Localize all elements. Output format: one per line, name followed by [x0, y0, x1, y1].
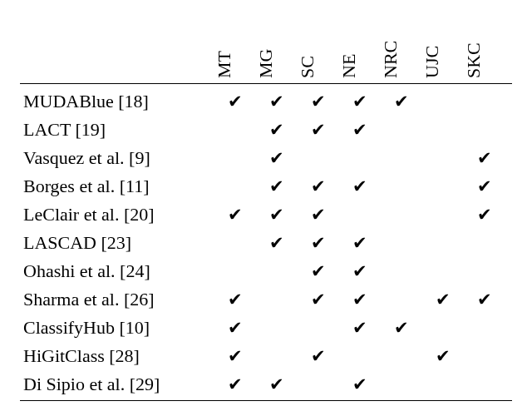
check-mark: ✔ — [464, 206, 505, 224]
row-label: LACT [19] — [20, 119, 214, 141]
check-mark: ✔ — [339, 376, 381, 394]
col-header: MT — [214, 10, 256, 78]
table-row: LeClair et al. [20]✔✔✔✔ — [20, 201, 512, 229]
col-header-label: SKC — [463, 42, 485, 78]
check-mark: ✔ — [339, 121, 381, 139]
check-mark: ✔ — [298, 235, 339, 252]
col-header: SKC — [464, 10, 505, 78]
check-mark: ✔ — [464, 178, 505, 196]
table-row: HiGitClass [28]✔✔✔ — [20, 342, 512, 370]
table-row: ClassifyHub [10]✔✔✔ — [20, 314, 512, 342]
check-mark: ✔ — [298, 93, 339, 111]
check-mark: ✔ — [339, 178, 381, 196]
check-mark: ✔ — [256, 178, 298, 196]
col-header-label: MG — [255, 49, 277, 78]
col-header: UJC — [422, 10, 464, 78]
row-label: Sharma et al. [26] — [20, 289, 214, 310]
check-mark: ✔ — [298, 263, 339, 280]
check-mark: ✔ — [464, 291, 505, 309]
row-label: LASCAD [23] — [20, 232, 214, 254]
check-mark: ✔ — [339, 319, 381, 337]
check-mark: ✔ — [339, 235, 381, 252]
row-label: HiGitClass [28] — [20, 345, 214, 367]
table-header-row: MT MG SC NE NRC UJC SKC — [20, 10, 512, 84]
row-label: LeClair et al. [20] — [20, 204, 214, 225]
check-mark: ✔ — [298, 178, 339, 196]
col-header-label: SC — [297, 56, 318, 78]
check-mark: ✔ — [339, 93, 381, 111]
table-bottom-rule — [20, 400, 512, 401]
check-mark: ✔ — [256, 150, 298, 167]
check-mark: ✔ — [256, 206, 298, 224]
comparison-table: MT MG SC NE NRC UJC SKC MUDABlue [18]✔✔✔… — [20, 10, 512, 401]
table-row: Borges et al. [11]✔✔✔✔ — [20, 172, 512, 201]
check-mark: ✔ — [339, 291, 381, 309]
row-label: Borges et al. [11] — [20, 176, 214, 197]
col-header: NE — [339, 10, 381, 78]
check-mark: ✔ — [381, 93, 422, 111]
check-mark: ✔ — [214, 206, 256, 224]
check-mark: ✔ — [381, 319, 422, 337]
check-mark: ✔ — [214, 93, 256, 111]
col-header-label: MT — [214, 51, 235, 78]
row-label: Vasquez et al. [9] — [20, 147, 214, 169]
check-mark: ✔ — [256, 235, 298, 252]
col-header: SC — [298, 10, 339, 78]
check-mark: ✔ — [298, 206, 339, 224]
table-row: Ohashi et al. [24]✔✔ — [20, 257, 512, 285]
row-label: ClassifyHub [10] — [20, 317, 214, 339]
col-header: MG — [256, 10, 298, 78]
check-mark: ✔ — [214, 348, 256, 365]
check-mark: ✔ — [256, 121, 298, 139]
check-mark: ✔ — [214, 291, 256, 309]
col-header: NRC — [381, 10, 422, 78]
table-row: Sharma et al. [26]✔✔✔✔✔ — [20, 285, 512, 314]
col-header-label: NE — [338, 54, 360, 78]
check-mark: ✔ — [256, 376, 298, 394]
check-mark: ✔ — [422, 348, 464, 365]
col-header-label: UJC — [421, 46, 443, 78]
table-row: Di Sipio et al. [29]✔✔✔ — [20, 370, 512, 399]
row-label: MUDABlue [18] — [20, 91, 214, 112]
check-mark: ✔ — [214, 376, 256, 394]
table-row: LACT [19]✔✔✔ — [20, 116, 512, 144]
check-mark: ✔ — [339, 263, 381, 280]
table-row: LASCAD [23]✔✔✔ — [20, 229, 512, 257]
check-mark: ✔ — [464, 150, 505, 167]
row-label: Di Sipio et al. [29] — [20, 374, 214, 395]
row-label: Ohashi et al. [24] — [20, 260, 214, 282]
check-mark: ✔ — [256, 93, 298, 111]
check-mark: ✔ — [298, 291, 339, 309]
table-row: Vasquez et al. [9]✔✔ — [20, 144, 512, 172]
table-body: MUDABlue [18]✔✔✔✔✔LACT [19]✔✔✔Vasquez et… — [20, 84, 512, 399]
check-mark: ✔ — [298, 348, 339, 365]
check-mark: ✔ — [298, 121, 339, 139]
col-header-label: NRC — [380, 41, 401, 78]
table-row: MUDABlue [18]✔✔✔✔✔ — [20, 87, 512, 116]
check-mark: ✔ — [422, 291, 464, 309]
check-mark: ✔ — [214, 319, 256, 337]
